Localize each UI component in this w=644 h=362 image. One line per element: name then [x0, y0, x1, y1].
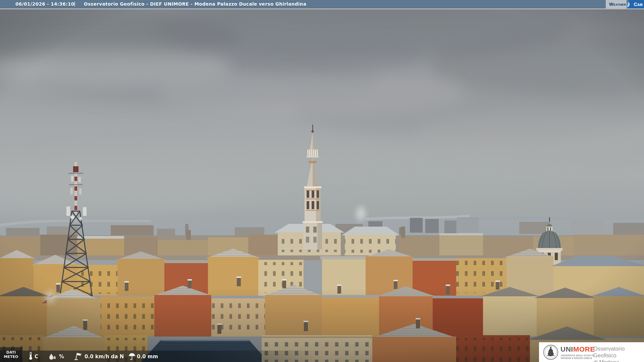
camera-title: Osservatorio Geofisico - DIEF UNIMORE - … [84, 1, 306, 7]
umbrella-icon [128, 353, 136, 360]
weather-data-bar: C % 0.0 km/h da N 0.0 mm [0, 351, 322, 362]
weathercam-cam-label: Cam [627, 0, 644, 8]
webcam-frame: 06/01/2026 - 14:36:10 | Osservatorio Geo… [0, 0, 644, 362]
wind-flag-icon [74, 352, 83, 360]
dati-meteo-label: DATI METEO [0, 347, 22, 362]
university-seal-icon [543, 345, 558, 360]
timestamp: 06/01/2026 - 14:36:10 [15, 1, 74, 7]
unimore-logo[interactable]: UNIMORE UNIVERSITÀ DEGLI STUDI DI MODENA… [539, 342, 644, 362]
unimore-wordmark: UNIMORE [560, 345, 595, 353]
thermometer-icon [28, 352, 33, 360]
humidity-drops-icon [48, 353, 57, 360]
observatory-name: Osservatorio Geofisico di Modena [593, 345, 644, 362]
osd-header-bar: 06/01/2026 - 14:36:10 | Osservatorio Geo… [0, 0, 644, 8]
temperature-reading: C [35, 354, 38, 360]
vignette [0, 8, 644, 362]
wind-reading: 0.0 km/h da N [85, 354, 124, 360]
unimore-subtitle: UNIVERSITÀ DEGLI STUDI DI MODENA E REGGI… [561, 354, 594, 360]
humidity-reading: % [59, 354, 64, 360]
webcam-image [0, 0, 644, 362]
weathercam-logo[interactable]: Weather Cam [606, 0, 644, 8]
rain-reading: 0.0 mm [137, 354, 158, 360]
header-underline [0, 8, 644, 9]
weathercam-weather-label: Weather [606, 0, 627, 8]
header-separator: | [74, 1, 75, 6]
